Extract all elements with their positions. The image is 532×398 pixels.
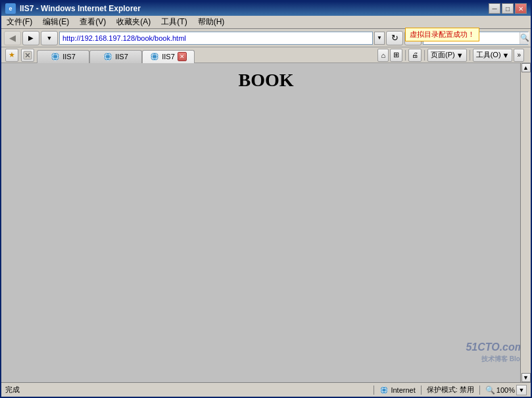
tools-menu[interactable]: 工具(O) ▼ — [473, 49, 513, 62]
tools-dropdown-icon: ▼ — [502, 51, 510, 59]
tab-iis7-1[interactable]: IIS7 — [37, 50, 89, 63]
menu-help[interactable]: 帮助(H) — [193, 15, 230, 29]
feeds-button[interactable]: ⊞ — [390, 49, 402, 62]
scroll-up-button[interactable]: ▲ — [521, 63, 531, 72]
menu-file[interactable]: 文件(F) — [1, 15, 37, 29]
content-wrapper: BOOK 51CTO.com 技术博客 Blog ▲ ▼ — [1, 63, 531, 382]
page-heading: BOOK — [238, 70, 293, 90]
menu-edit[interactable]: 编辑(E) — [37, 15, 74, 29]
watermark: 51CTO.com 技术博客 Blog — [466, 340, 524, 364]
address-dropdown[interactable]: ▼ — [374, 32, 385, 45]
browser-window: e IIS7 - Windows Internet Explorer ─ □ ✕… — [0, 0, 532, 398]
zoom-icon: 🔍 — [485, 386, 495, 395]
watermark-site: 51CTO.com — [466, 340, 524, 355]
ie-logo: e — [5, 3, 16, 14]
add-tab-button[interactable] — [21, 49, 34, 62]
favorites-button[interactable]: ★ — [5, 49, 18, 62]
zoom-control: 🔍 100% ▼ — [485, 385, 527, 395]
minimize-button[interactable]: ─ — [489, 3, 500, 14]
forward-button[interactable]: ▶ — [22, 31, 39, 45]
maximize-button[interactable]: □ — [502, 3, 514, 14]
back-button[interactable]: ◀ — [4, 31, 21, 45]
protected-mode-text: 保护模式: 禁用 — [427, 385, 474, 395]
search-button[interactable]: 🔍 — [520, 32, 529, 44]
tools-label: 工具(O) — [476, 50, 501, 60]
status-bar: 完成 Internet 保护模式: 禁用 🔍 100% ▼ — [1, 382, 531, 397]
svg-point-1 — [51, 53, 59, 61]
tab-label-2: IIS7 — [115, 53, 128, 61]
window-title: IIS7 - Windows Internet Explorer — [20, 4, 141, 13]
tab-label-1: IIS7 — [62, 53, 76, 61]
address-bar[interactable]: http://192.168.197.128/book/book.html — [59, 32, 373, 45]
zoom-text: 100% — [496, 386, 515, 394]
page-menu[interactable]: 页面(P) ▼ — [427, 49, 467, 62]
page-dropdown-icon: ▼ — [456, 51, 464, 59]
menu-favorites[interactable]: 收藏夹(A) — [111, 15, 156, 29]
status-separator-1 — [374, 386, 374, 395]
tab-label-3: IIS7 — [162, 53, 175, 61]
toolbar-separator-2 — [424, 50, 425, 61]
recent-pages-button[interactable]: ▼ — [41, 31, 58, 45]
toolbar-separator-1 — [405, 50, 406, 61]
svg-point-4 — [104, 53, 112, 61]
links-bar: ★ IIS7 — [1, 47, 531, 63]
address-text: http://192.168.197.128/book/book.html — [62, 34, 186, 42]
notification-bar: 虚拟目录配置成功！ — [405, 28, 479, 41]
toolbar-separator-3 — [470, 50, 470, 61]
status-separator-2 — [421, 386, 422, 395]
svg-point-10 — [381, 386, 388, 393]
menu-bar: 文件(F) 编辑(E) 查看(V) 收藏夹(A) 工具(T) 帮助(H) — [1, 16, 531, 29]
page-label: 页面(P) — [431, 50, 455, 60]
scroll-track[interactable] — [521, 72, 531, 373]
tab-close-button[interactable]: ✕ — [178, 52, 187, 61]
scrollbar-vertical[interactable]: ▲ ▼ — [520, 63, 531, 382]
menu-tools[interactable]: 工具(T) — [156, 15, 192, 29]
toolbar-right: ⌂ ⊞ 🖨 页面(P) ▼ 工具(O) ▼ » — [377, 49, 527, 62]
notification-text: 虚拟目录配置成功！ — [410, 30, 475, 38]
zoom-dropdown[interactable]: ▼ — [516, 385, 527, 395]
print-button[interactable]: 🖨 — [408, 49, 422, 62]
scroll-down-button[interactable]: ▼ — [521, 373, 531, 382]
tab-iis7-3[interactable]: IIS7 ✕ — [142, 50, 195, 63]
svg-point-7 — [151, 53, 158, 61]
extra-button[interactable]: » — [514, 49, 524, 62]
internet-zone: Internet — [379, 386, 415, 395]
refresh-button[interactable]: ↻ — [386, 31, 403, 45]
zone-text: Internet — [391, 386, 415, 394]
main-content: BOOK 51CTO.com 技术博客 Blog — [1, 63, 531, 382]
watermark-sub: 技术博客 Blog — [466, 355, 524, 364]
title-bar: e IIS7 - Windows Internet Explorer ─ □ ✕ — [1, 1, 531, 16]
status-separator-3 — [479, 386, 480, 395]
home-button[interactable]: ⌂ — [377, 49, 389, 62]
close-button[interactable]: ✕ — [515, 3, 527, 14]
menu-view[interactable]: 查看(V) — [74, 15, 111, 29]
tab-bar: IIS7 IIS7 IIS7 ✕ — [37, 47, 375, 63]
status-text: 完成 — [5, 385, 368, 395]
tab-iis7-2[interactable]: IIS7 — [89, 50, 142, 63]
